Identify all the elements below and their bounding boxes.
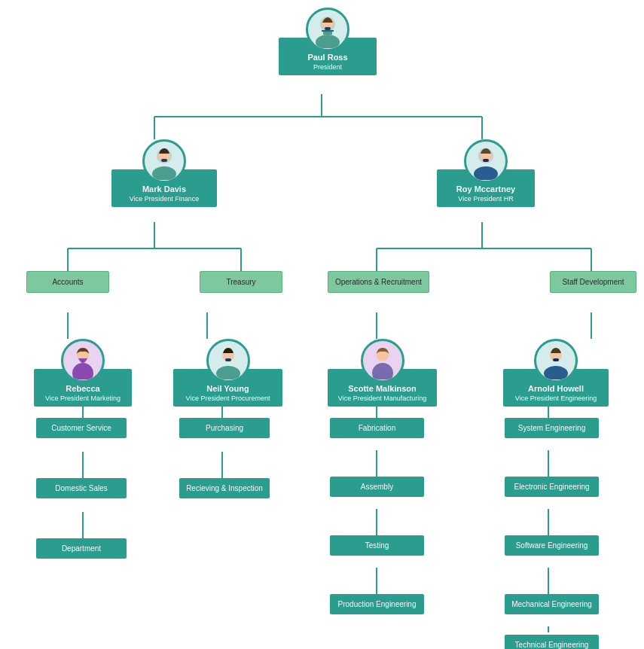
dept-treasury: Treasury <box>200 271 282 293</box>
dept-mechanical-eng: Mechanical Engineering <box>505 594 599 614</box>
svg-rect-39 <box>161 159 167 162</box>
neil-title: Vice President Procurement <box>182 395 273 402</box>
scotte-title: Vice President Manufacturing <box>337 395 428 402</box>
node-rebecca: Rebecca Vice President Marketing <box>34 339 132 407</box>
dept-production-eng: Production Engineering <box>330 594 424 614</box>
svg-rect-48 <box>225 358 231 361</box>
svg-rect-53 <box>553 358 559 361</box>
svg-point-41 <box>474 166 498 180</box>
dept-domestic-sales: Domestic Sales <box>36 478 127 498</box>
paul-name: Paul Ross <box>288 53 368 62</box>
avatar-scotte <box>361 339 404 382</box>
node-paul-ross: Paul Ross President <box>279 8 377 75</box>
mark-name: Mark Davis <box>121 184 208 193</box>
rebecca-name: Rebecca <box>43 384 123 393</box>
dept-customer-service: Customer Service <box>36 418 127 438</box>
avatar-rebecca <box>61 339 105 382</box>
arnold-name: Arnold Howell <box>512 384 600 393</box>
svg-point-44 <box>72 363 93 379</box>
svg-rect-34 <box>325 27 331 30</box>
avatar-arnold <box>534 339 578 382</box>
svg-point-46 <box>216 366 240 379</box>
roy-title: Vice President HR <box>446 195 526 203</box>
dept-ops-recruit: Operations & Recruitment <box>328 271 429 293</box>
scotte-name: Scotte Malkinson <box>337 384 428 393</box>
dept-purchasing: Purchasing <box>179 418 270 438</box>
avatar-paul <box>306 8 349 51</box>
dept-software-eng: Software Engineering <box>505 535 599 556</box>
svg-rect-35 <box>322 30 334 32</box>
node-mark-davis: Mark Davis Vice President Finance <box>111 139 217 207</box>
dept-staff-dev: Staff Development <box>550 271 636 293</box>
dept-electronic-eng: Electronic Engineering <box>505 477 599 497</box>
paul-title: President <box>288 63 368 71</box>
dept-receiving: Recieving & Inspection <box>179 478 270 498</box>
svg-rect-43 <box>483 159 489 162</box>
dept-testing: Testing <box>330 535 424 556</box>
node-arnold: Arnold Howell Vice President Engineering <box>503 339 609 407</box>
mark-title: Vice President Finance <box>121 195 208 203</box>
neil-name: Neil Young <box>182 384 273 393</box>
avatar-mark <box>142 139 186 183</box>
node-roy-mccartney: Roy Mccartney Vice President HR <box>437 139 535 207</box>
dept-system-eng: System Engineering <box>505 418 599 438</box>
dept-accounts: Accounts <box>26 271 109 293</box>
node-neil-young: Neil Young Vice President Procurement <box>173 339 282 407</box>
svg-point-49 <box>372 363 393 379</box>
node-scotte: Scotte Malkinson Vice President Manufact… <box>328 339 437 407</box>
dept-technical-eng: Technical Engineering <box>505 635 599 649</box>
svg-point-37 <box>152 166 176 180</box>
dept-assembly: Assembly <box>330 477 424 497</box>
avatar-neil <box>206 339 250 382</box>
roy-name: Roy Mccartney <box>446 184 526 193</box>
arnold-title: Vice President Engineering <box>512 395 600 402</box>
dept-fabrication: Fabrication <box>330 418 424 438</box>
svg-point-51 <box>544 366 568 379</box>
org-chart: Paul Ross President Mark Davis Vice Pres… <box>8 0 636 632</box>
rebecca-title: Vice President Marketing <box>43 395 123 402</box>
svg-point-31 <box>316 35 340 48</box>
avatar-roy <box>464 139 508 183</box>
dept-department: Department <box>36 538 127 559</box>
